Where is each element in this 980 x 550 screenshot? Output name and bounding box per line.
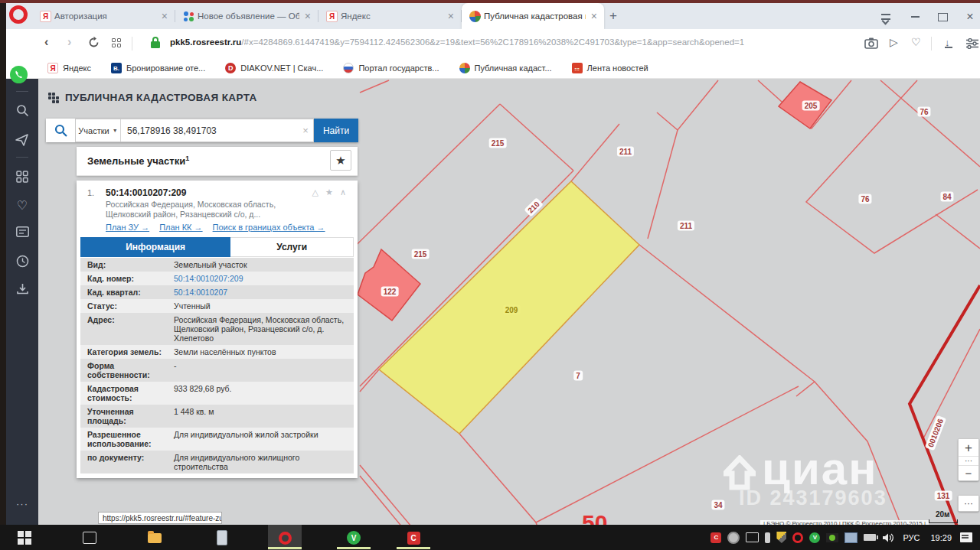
tray-device-icon[interactable]	[864, 534, 876, 541]
tray-usb-icon[interactable]	[765, 532, 770, 543]
tray-opera-icon[interactable]	[792, 532, 803, 543]
tab-close-icon[interactable]: ×	[446, 10, 456, 22]
parcel-link[interactable]: План ЗУ →	[106, 223, 149, 232]
search-category-dropdown[interactable]: Участки ▼	[76, 119, 121, 142]
action-center-icon[interactable]	[960, 532, 972, 542]
info-value[interactable]: 50:14:0010207	[171, 285, 354, 299]
share-icon[interactable]: ▷	[890, 36, 898, 48]
bookmark-item[interactable]: Публичная кадаст...	[459, 63, 552, 73]
tray-green-v-icon[interactable]: V	[809, 532, 820, 543]
parcel-link[interactable]: Поиск в границах объекта →	[213, 223, 325, 232]
start-button[interactable]	[15, 529, 34, 547]
phone-app-icon[interactable]	[213, 529, 231, 547]
card-corner-icons[interactable]: △ ★ ∧	[312, 187, 348, 197]
bookmark-heart-icon[interactable]: ♡	[911, 36, 921, 48]
tray-shield-icon[interactable]	[776, 532, 786, 543]
info-row: Уточненная площадь:1 448 кв. м	[80, 405, 354, 428]
lenta-favicon: ⚏	[572, 63, 583, 73]
new-tab-button[interactable]: +	[609, 8, 617, 24]
zoom-in-button[interactable]: +	[959, 439, 978, 457]
search-icon[interactable]	[46, 119, 75, 142]
browser-tab[interactable]: Публичная кадастровая к×	[462, 3, 604, 29]
whatsapp-icon[interactable]	[10, 66, 28, 83]
sidebar-news-icon[interactable]	[6, 226, 38, 240]
settings-tune-icon[interactable]	[966, 38, 978, 52]
tray-volume-icon[interactable]	[882, 532, 894, 543]
sidebar-downloads-icon[interactable]	[6, 282, 38, 298]
bookmark-item[interactable]: Портал государств...	[343, 63, 439, 73]
sidebar-more-dots[interactable]: ···	[6, 498, 38, 509]
tray-window-icon[interactable]	[844, 532, 858, 543]
sidebar-search-icon[interactable]	[6, 104, 38, 120]
browser-tab[interactable]: Новое объявление — Об×	[175, 3, 318, 29]
info-value: Российская Федерация, Московская область…	[171, 313, 354, 345]
windows-taskbar: V С С V РУС 19:29	[0, 525, 980, 550]
tab-close-icon[interactable]: ×	[302, 10, 313, 22]
info-value[interactable]: 50:14:0010207:209	[171, 272, 354, 285]
download-icon[interactable]: ↓	[945, 37, 950, 48]
speed-dial-icon[interactable]	[112, 38, 122, 48]
pkk-header: ПУБЛИЧНАЯ КАДАСТРОВАЯ КАРТА	[48, 92, 257, 103]
divider	[16, 91, 28, 92]
bookmark-item[interactable]: ⚏Лента новостей	[572, 63, 648, 73]
back-button[interactable]: ‹	[44, 35, 48, 49]
parcel-122[interactable]	[358, 249, 420, 321]
sidebar-speeddial-icon[interactable]	[6, 171, 38, 186]
tray-red-c-icon[interactable]: С	[710, 532, 721, 543]
bookmark-item[interactable]: DDIAKOV.NET | Скач...	[225, 63, 323, 73]
system-tray: С V РУС 19:29	[707, 525, 980, 550]
clock[interactable]: 19:29	[930, 533, 952, 542]
opera-logo[interactable]	[9, 5, 28, 24]
search-input[interactable]: 56,178916 38,491703	[121, 119, 298, 142]
close-button[interactable]: ×	[962, 9, 978, 24]
tab-information[interactable]: Информация	[80, 237, 230, 257]
parcel-number-label: 215	[412, 249, 430, 259]
tab-services[interactable]: Услуги	[230, 237, 354, 257]
snapshot-camera-icon[interactable]	[864, 37, 878, 52]
tab-menu-icon[interactable]	[877, 9, 894, 24]
browser-tab[interactable]: ЯЯндекс×	[318, 3, 461, 29]
map-scale-label: 20м	[936, 510, 950, 519]
forward-button[interactable]: ›	[67, 35, 71, 49]
url-text[interactable]: pkk5.rosreestr.ru/#x=4284869.61447419&y=…	[170, 37, 744, 47]
find-button[interactable]: Найти	[314, 119, 358, 142]
bookmark-item[interactable]: ЯЯндекс	[47, 63, 91, 73]
green-messenger-icon[interactable]: V	[345, 529, 363, 547]
browser-tab[interactable]: ЯАвторизация×	[32, 3, 175, 29]
favorites-star-button[interactable]: ★	[330, 150, 351, 171]
cadastral-number[interactable]: 50:14:0010207:209	[106, 187, 186, 198]
quarter-boundary-line	[910, 285, 980, 525]
sidebar-myflow-icon[interactable]	[6, 134, 38, 149]
tray-display-icon[interactable]	[746, 532, 759, 542]
cian-logo-icon	[724, 455, 756, 490]
sidebar-bookmarks-heart-icon[interactable]: ♡	[6, 198, 38, 213]
task-view-button[interactable]	[80, 529, 99, 547]
language-indicator[interactable]: РУС	[903, 533, 920, 542]
tab-close-icon[interactable]: ×	[589, 10, 599, 22]
bookmark-item[interactable]: B.Бронирование оте...	[111, 63, 205, 73]
result-index: 1.	[87, 188, 94, 197]
red-c-app-icon[interactable]: С	[404, 529, 423, 547]
sidebar-history-clock-icon[interactable]	[6, 255, 38, 271]
tab-close-icon[interactable]: ×	[159, 10, 170, 22]
opera-taskbar-icon[interactable]	[276, 529, 294, 547]
bookmark-label: Бронирование оте...	[126, 63, 205, 73]
info-row: Категория земель:Земли населённых пункто…	[80, 345, 354, 359]
lock-icon[interactable]	[150, 36, 161, 53]
minimize-button[interactable]	[906, 9, 923, 24]
tray-webcam-icon[interactable]	[727, 532, 740, 544]
booking-favicon: B.	[111, 63, 122, 73]
maximize-button[interactable]	[934, 9, 951, 24]
parcel-link[interactable]: План КК →	[159, 223, 202, 232]
zoom-out-button[interactable]: −	[959, 466, 978, 480]
reload-button[interactable]	[87, 36, 100, 52]
parcel-number-label: 131	[935, 491, 952, 501]
tray-nvidia-icon[interactable]	[826, 533, 838, 542]
file-explorer-icon[interactable]	[145, 529, 164, 547]
map-tools-dots-button[interactable]: ···	[959, 496, 978, 511]
map-big-label-50: 50	[582, 510, 607, 525]
zoom-slider-dots[interactable]: ···	[959, 457, 978, 466]
tab-title: Публичная кадастровая к	[484, 11, 586, 21]
clear-search-icon[interactable]: ×	[298, 119, 313, 142]
info-label: Вид:	[80, 258, 171, 272]
